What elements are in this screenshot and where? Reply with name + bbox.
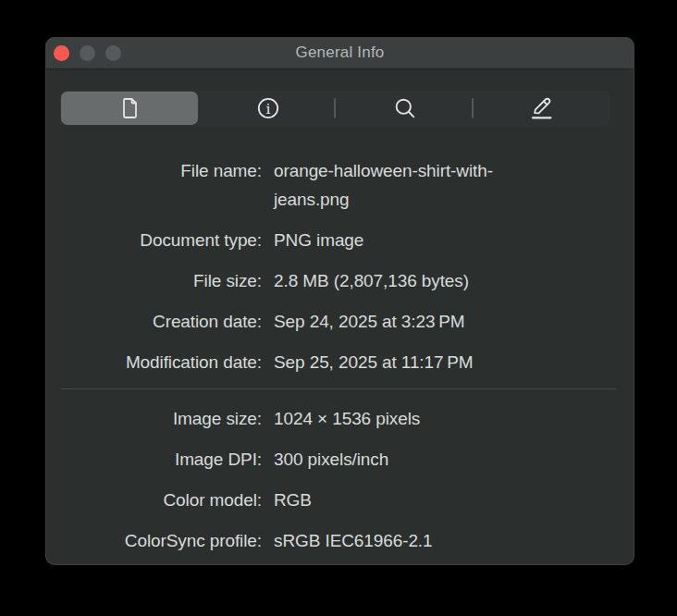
svg-text:i: i [266,101,271,117]
row-value: RGB [274,486,312,514]
tab-general-info[interactable] [61,92,198,125]
row-value: 300 pixels/inch [274,445,388,474]
close-button[interactable] [54,45,69,61]
inspector-tab-bar: i [59,90,610,127]
info-icon: i [256,96,280,120]
row-label: Modification date: [45,348,262,376]
info-row-image-size: Image size: 1024 × 1536 pixels [45,404,634,433]
info-row-modification-date: Modification date: Sep 25, 2025 at 11:17… [45,348,634,376]
row-label: ColorSync profile: [45,526,262,555]
info-row-file-size: File size: 2.8 MB (2,807,136 bytes) [45,266,634,295]
traffic-lights [54,37,121,68]
row-value: 1024 × 1536 pixels [274,404,420,433]
minimize-button[interactable] [80,45,95,61]
row-value: PNG image [274,226,363,254]
row-label: Image DPI: [45,445,262,474]
segment-divider [472,98,474,118]
row-label: File size: [45,266,262,295]
row-value: 2.8 MB (2,807,136 bytes) [274,266,469,295]
info-row-document-type: Document type: PNG image [45,226,634,254]
section-divider [61,388,617,389]
row-label: Document type: [45,226,262,254]
info-row-image-dpi: Image DPI: 300 pixels/inch [45,445,634,474]
segment-divider [334,98,336,118]
row-label: Color model: [45,486,262,514]
document-icon [117,96,142,120]
tab-more-info[interactable]: i [200,90,337,127]
info-row-colorsync-profile: ColorSync profile: sRGB IEC61966-2.1 [45,526,634,555]
info-row-color-model: Color model: RGB [45,486,634,514]
row-value: Sep 25, 2025 at 11:17 PM [274,348,474,376]
screen-background: General Info i [0,0,677,616]
info-row-creation-date: Creation date: Sep 24, 2025 at 3:23 PM [45,307,634,336]
search-icon [393,96,417,120]
row-value: orange-halloween-shirt-with-jeans.png [274,156,500,214]
tab-annotations[interactable] [474,90,610,127]
row-label: Image size: [45,404,262,433]
titlebar[interactable]: General Info [45,37,634,69]
row-value: sRGB IEC61966-2.1 [274,526,433,555]
row-label: Creation date: [45,307,262,336]
info-row-file-name: File name: orange-halloween-shirt-with-j… [45,156,634,214]
general-info-window: General Info i [45,37,634,565]
row-label: File name: [45,156,262,214]
zoom-button[interactable] [105,45,121,61]
tab-keywords[interactable] [337,90,474,127]
window-title: General Info [45,37,634,68]
row-value: Sep 24, 2025 at 3:23 PM [274,307,464,336]
file-info-list: File name: orange-halloween-shirt-with-j… [45,156,634,565]
markup-pencil-icon [528,95,556,121]
